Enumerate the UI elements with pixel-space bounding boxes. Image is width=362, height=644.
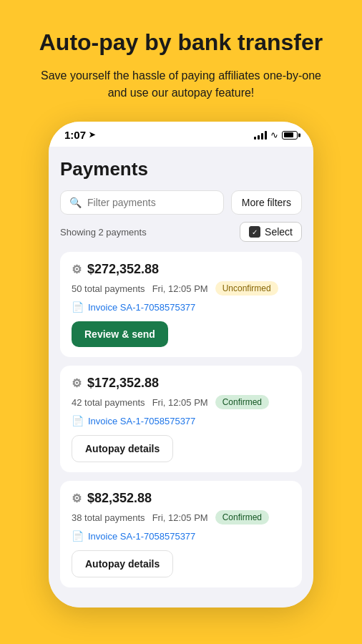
payment-meta: 38 total payments Fri, 12:05 PM Confirme… <box>72 510 290 525</box>
search-icon: 🔍 <box>69 197 82 208</box>
payment-date: Fri, 12:05 PM <box>152 397 208 408</box>
payment-card: ⚙ $82,352.88 38 total payments Fri, 12:0… <box>60 481 302 587</box>
amount-value: $272,352.88 <box>87 262 159 277</box>
status-bar: 1:07 ➤ ∿ <box>49 122 313 147</box>
status-icons: ∿ <box>254 130 298 140</box>
total-payments: 50 total payments <box>72 283 145 294</box>
invoice-link[interactable]: 📄 Invoice SA-1-7058575377 <box>72 530 290 542</box>
showing-text: Showing 2 payments <box>60 227 147 238</box>
payment-amount: ⚙ $172,352.88 <box>72 376 290 391</box>
filter-input-wrap[interactable]: 🔍 <box>60 190 224 215</box>
invoice-icon: 📄 <box>72 415 84 426</box>
invoice-icon: 📄 <box>72 301 84 313</box>
invoice-text: Invoice SA-1-7058575377 <box>88 302 195 313</box>
total-payments: 38 total payments <box>72 512 145 523</box>
invoice-text: Invoice SA-1-7058575377 <box>88 531 195 542</box>
payment-list: ⚙ $272,352.88 50 total payments Fri, 12:… <box>60 252 302 587</box>
payment-card: ⚙ $172,352.88 42 total payments Fri, 12:… <box>60 366 302 472</box>
payment-amount: ⚙ $82,352.88 <box>72 491 290 506</box>
action-button[interactable]: Autopay details <box>72 550 173 577</box>
more-filters-button[interactable]: More filters <box>231 190 302 215</box>
gear-icon: ⚙ <box>72 376 82 390</box>
gear-icon: ⚙ <box>72 492 82 505</box>
wifi-icon: ∿ <box>270 130 278 140</box>
battery-icon <box>282 131 298 140</box>
invoice-icon: 📄 <box>72 530 84 542</box>
time-label: 1:07 <box>64 129 86 141</box>
showing-row: Showing 2 payments Select <box>60 222 302 242</box>
action-button[interactable]: Review & send <box>72 321 168 347</box>
status-badge: Confirmed <box>215 395 269 409</box>
amount-value: $82,352.88 <box>87 491 152 506</box>
phone-frame: 1:07 ➤ ∿ Payments 🔍 More filters Sho <box>49 122 313 608</box>
invoice-text: Invoice SA-1-7058575377 <box>88 416 195 426</box>
gear-icon: ⚙ <box>72 263 82 276</box>
total-payments: 42 total payments <box>72 397 145 408</box>
hero-title: Auto-pay by bank transfer <box>39 29 323 56</box>
payment-date: Fri, 12:05 PM <box>152 512 208 523</box>
select-button[interactable]: Select <box>240 222 302 242</box>
invoice-link[interactable]: 📄 Invoice SA-1-7058575377 <box>72 415 290 426</box>
payment-date: Fri, 12:05 PM <box>152 283 208 294</box>
navigation-arrow-icon: ➤ <box>89 130 95 140</box>
signal-icon <box>254 131 267 140</box>
status-badge: Confirmed <box>215 510 269 525</box>
filter-input[interactable] <box>87 197 215 208</box>
status-time: 1:07 ➤ <box>64 129 95 141</box>
select-label: Select <box>265 226 293 238</box>
payment-card: ⚙ $272,352.88 50 total payments Fri, 12:… <box>60 252 302 357</box>
page-title: Payments <box>60 158 302 180</box>
payment-amount: ⚙ $272,352.88 <box>72 262 290 277</box>
payment-meta: 42 total payments Fri, 12:05 PM Confirme… <box>72 395 290 409</box>
app-content: Payments 🔍 More filters Showing 2 paymen… <box>49 147 313 608</box>
hero-subtitle: Save yourself the hassle of paying affil… <box>38 67 324 102</box>
filter-row: 🔍 More filters <box>60 190 302 215</box>
amount-value: $172,352.88 <box>87 376 159 391</box>
invoice-link[interactable]: 📄 Invoice SA-1-7058575377 <box>72 301 290 313</box>
select-checkbox-icon <box>249 226 260 238</box>
action-button[interactable]: Autopay details <box>72 435 173 462</box>
payment-meta: 50 total payments Fri, 12:05 PM Unconfir… <box>72 281 290 296</box>
status-badge: Unconfirmed <box>215 281 278 296</box>
